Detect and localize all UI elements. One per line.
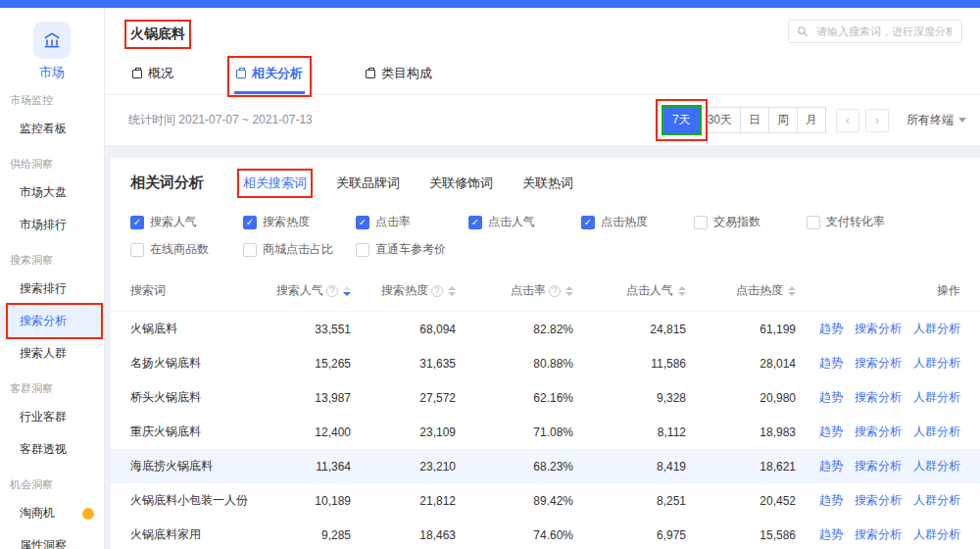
action-link[interactable]: 趋势 (819, 526, 843, 543)
sidebar-item[interactable]: 淘商机 (0, 497, 104, 529)
panel-tab[interactable]: 关联修饰词 (429, 175, 493, 192)
column-header[interactable]: 点击率? (456, 282, 573, 299)
checkbox-icon[interactable]: ✓ (130, 216, 144, 229)
metric-value-cell: 8,251 (573, 494, 686, 508)
action-link[interactable]: 人群分析 (913, 526, 960, 543)
column-header[interactable]: 点击热度 (686, 282, 796, 299)
metric-checkbox-item[interactable]: 在线商品数 (130, 241, 243, 258)
action-link[interactable]: 搜索分析 (855, 492, 902, 509)
keyword-search-box[interactable] (788, 20, 962, 43)
header-tab[interactable]: 类目构成 (360, 59, 438, 94)
table-row: 桥头火锅底料13,98727,57262.16%9,32820,980趋势搜索分… (111, 380, 980, 415)
action-link[interactable]: 趋势 (819, 424, 843, 440)
column-label: 点击率 (511, 282, 546, 299)
action-link[interactable]: 人群分析 (913, 321, 960, 337)
column-header[interactable]: 点击人气 (573, 282, 686, 299)
metric-checkbox-item[interactable]: ✓点击热度 (581, 214, 694, 230)
checkbox-icon[interactable] (807, 216, 820, 229)
sort-icon[interactable] (788, 286, 796, 296)
action-link[interactable]: 趋势 (819, 355, 843, 372)
metric-label: 点击率 (375, 214, 411, 230)
checkbox-icon[interactable]: ✓ (581, 216, 595, 229)
metric-checkbox-item[interactable]: ✓搜索热度 (243, 214, 356, 230)
metric-checkbox-item[interactable]: ✓搜索人气 (130, 214, 243, 230)
sort-down-caret (565, 292, 573, 296)
sort-up-caret (788, 286, 796, 290)
action-link[interactable]: 搜索分析 (855, 389, 902, 406)
checkbox-icon[interactable]: ✓ (356, 216, 369, 229)
action-link[interactable]: 趋势 (819, 389, 843, 406)
terminal-filter-dropdown[interactable]: 所有终端 (906, 112, 966, 128)
info-icon: ? (326, 285, 338, 297)
metric-checkbox-item[interactable]: ✓点击率 (356, 214, 468, 230)
metric-checkbox-item[interactable]: 交易指数 (694, 214, 807, 230)
metric-value-cell: 20,452 (686, 494, 796, 508)
checkbox-icon[interactable]: ✓ (468, 216, 482, 229)
sort-icon[interactable] (343, 286, 351, 296)
sidebar-item[interactable]: 监控看板 (0, 113, 104, 145)
notification-dot (82, 508, 94, 520)
metric-checkbox-item[interactable]: 直通车参考价 (356, 241, 468, 258)
action-link[interactable]: 搜索分析 (855, 321, 902, 337)
sidebar-item[interactable]: 属性洞察 (0, 529, 104, 549)
panel-tabs: 相关搜索词关联品牌词关联修饰词关联热词 (243, 175, 573, 192)
period-button[interactable]: 月 (797, 107, 826, 133)
pager-next-button[interactable]: › (865, 109, 889, 132)
keyword-cell: 火锅底料 (130, 321, 268, 337)
sidebar-item[interactable]: 市场大盘 (0, 176, 104, 209)
action-link[interactable]: 趋势 (819, 492, 843, 509)
action-link[interactable]: 人群分析 (913, 458, 960, 474)
sidebar-item[interactable]: 客群透视 (0, 433, 104, 466)
sidebar-item[interactable]: 搜索人群 (0, 337, 104, 370)
header-tab-label: 相关分析 (252, 65, 303, 82)
panel-tab[interactable]: 相关搜索词 (243, 175, 307, 192)
panel-tab[interactable]: 关联品牌词 (336, 175, 400, 192)
checkbox-icon[interactable] (130, 243, 144, 257)
action-link[interactable]: 人群分析 (913, 492, 960, 509)
sort-up-caret (343, 286, 351, 290)
action-link[interactable]: 搜索分析 (855, 355, 902, 372)
period-button[interactable]: 30天 (699, 107, 741, 133)
action-link[interactable]: 人群分析 (913, 424, 960, 440)
period-button[interactable]: 周 (768, 107, 798, 133)
stats-toolbar: 统计时间 2021-07-07 ~ 2021-07-13 7天30天日周月 ‹ … (105, 95, 980, 145)
checkbox-icon[interactable] (243, 243, 257, 257)
period-button[interactable]: 7天 (663, 107, 700, 133)
metric-checkbox-item[interactable]: ✓点击人气 (468, 214, 581, 230)
period-button[interactable]: 日 (740, 107, 769, 133)
pager-prev-button[interactable]: ‹ (836, 109, 859, 132)
column-header[interactable]: 搜索人气? (268, 282, 351, 299)
panel-tab[interactable]: 关联热词 (522, 175, 573, 192)
checkbox-icon[interactable] (356, 243, 369, 257)
sidebar-item[interactable]: 行业客群 (0, 401, 104, 433)
sidebar-item[interactable]: 市场排行 (0, 209, 104, 241)
terminal-filter-label: 所有终端 (906, 112, 954, 128)
action-link[interactable]: 趋势 (819, 458, 843, 474)
action-link[interactable]: 人群分析 (913, 389, 960, 406)
action-link[interactable]: 人群分析 (913, 355, 960, 372)
action-link[interactable]: 搜索分析 (855, 526, 902, 543)
action-link[interactable]: 搜索分析 (855, 424, 902, 440)
sidebar-logo[interactable]: 市场 (0, 8, 104, 81)
column-header[interactable]: 搜索热度? (351, 282, 456, 299)
metric-value-cell: 8,112 (573, 425, 686, 439)
sort-icon[interactable] (678, 286, 686, 296)
info-icon: ? (549, 285, 561, 297)
search-input[interactable] (814, 25, 954, 38)
header-tab[interactable]: 相关分析 (230, 59, 309, 94)
action-link[interactable]: 趋势 (819, 321, 843, 337)
panel-title: 相关词分析 (130, 174, 204, 192)
metric-value-cell: 6,975 (573, 528, 686, 542)
checkbox-icon[interactable]: ✓ (243, 216, 257, 229)
metric-checkbox-item[interactable]: 商城点击占比 (243, 241, 356, 258)
checkbox-icon[interactable] (694, 216, 708, 229)
header-tab[interactable]: 概况 (126, 59, 179, 94)
sidebar-item[interactable]: 搜索排行 (0, 273, 104, 305)
info-icon: ? (431, 285, 443, 297)
sidebar-item[interactable]: 搜索分析 (0, 305, 104, 337)
sort-icon[interactable] (448, 286, 456, 296)
sort-icon[interactable] (565, 286, 573, 296)
action-link[interactable]: 搜索分析 (855, 458, 902, 474)
table-row: 海底捞火锅底料11,36423,21068.23%8,41918,621趋势搜索… (111, 449, 980, 483)
metric-checkbox-item[interactable]: 支付转化率 (807, 214, 919, 230)
